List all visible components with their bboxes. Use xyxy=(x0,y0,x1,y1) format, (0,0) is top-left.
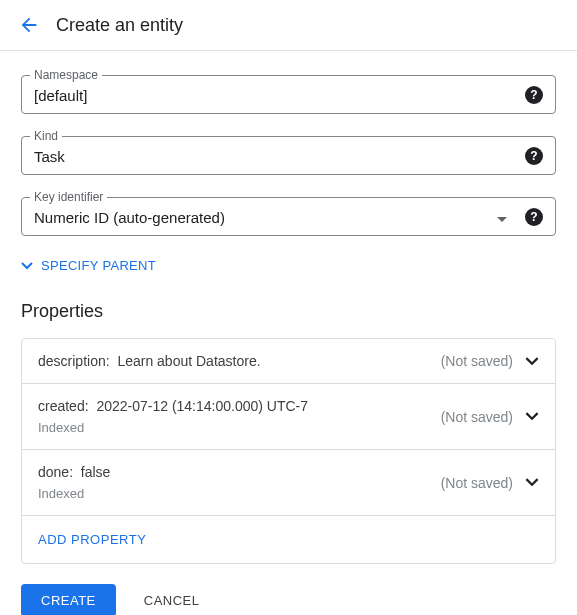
property-value: 2022-07-12 (14:14:00.000) UTC-7 xyxy=(96,398,308,414)
properties-heading: Properties xyxy=(21,301,556,322)
key-identifier-field[interactable]: Key identifier Numeric ID (auto-generate… xyxy=(21,197,556,236)
footer-actions: CREATE CANCEL xyxy=(21,584,556,615)
key-identifier-label: Key identifier xyxy=(30,190,107,204)
key-identifier-value: Numeric ID (auto-generated) xyxy=(34,209,489,226)
property-row[interactable]: description: Learn about Datastore. (Not… xyxy=(22,339,555,384)
namespace-value: [default] xyxy=(34,87,517,104)
property-value: false xyxy=(81,464,111,480)
back-arrow-icon[interactable] xyxy=(18,14,40,36)
page-header: Create an entity xyxy=(0,0,577,51)
property-main: description: Learn about Datastore. xyxy=(38,353,441,369)
dropdown-arrow-icon[interactable] xyxy=(497,209,507,225)
properties-list: description: Learn about Datastore. (Not… xyxy=(21,338,556,564)
form-area: Namespace [default] ? Kind Task ? Key id… xyxy=(0,51,577,615)
property-key: created: xyxy=(38,398,89,414)
add-property-button[interactable]: ADD PROPERTY xyxy=(22,516,555,563)
property-main: created: 2022-07-12 (14:14:00.000) UTC-7… xyxy=(38,398,441,435)
chevron-down-icon[interactable] xyxy=(525,478,539,487)
property-main: done: false Indexed xyxy=(38,464,441,501)
kind-label: Kind xyxy=(30,129,62,143)
property-row[interactable]: done: false Indexed (Not saved) xyxy=(22,450,555,516)
namespace-label: Namespace xyxy=(30,68,102,82)
page-title: Create an entity xyxy=(56,15,183,36)
property-key: description: xyxy=(38,353,110,369)
property-key: done: xyxy=(38,464,73,480)
chevron-down-icon xyxy=(21,262,33,270)
property-indexed: Indexed xyxy=(38,486,441,501)
property-status: (Not saved) xyxy=(441,409,513,425)
cancel-button[interactable]: CANCEL xyxy=(144,593,200,608)
help-icon[interactable]: ? xyxy=(525,147,543,165)
kind-value: Task xyxy=(34,148,517,165)
help-icon[interactable]: ? xyxy=(525,208,543,226)
property-status: (Not saved) xyxy=(441,353,513,369)
property-row[interactable]: created: 2022-07-12 (14:14:00.000) UTC-7… xyxy=(22,384,555,450)
property-indexed: Indexed xyxy=(38,420,441,435)
kind-field[interactable]: Kind Task ? xyxy=(21,136,556,175)
create-button[interactable]: CREATE xyxy=(21,584,116,615)
namespace-field[interactable]: Namespace [default] ? xyxy=(21,75,556,114)
specify-parent-toggle[interactable]: SPECIFY PARENT xyxy=(21,258,556,273)
specify-parent-label: SPECIFY PARENT xyxy=(41,258,156,273)
property-status: (Not saved) xyxy=(441,475,513,491)
property-value: Learn about Datastore. xyxy=(117,353,260,369)
chevron-down-icon[interactable] xyxy=(525,412,539,421)
chevron-down-icon[interactable] xyxy=(525,357,539,366)
help-icon[interactable]: ? xyxy=(525,86,543,104)
